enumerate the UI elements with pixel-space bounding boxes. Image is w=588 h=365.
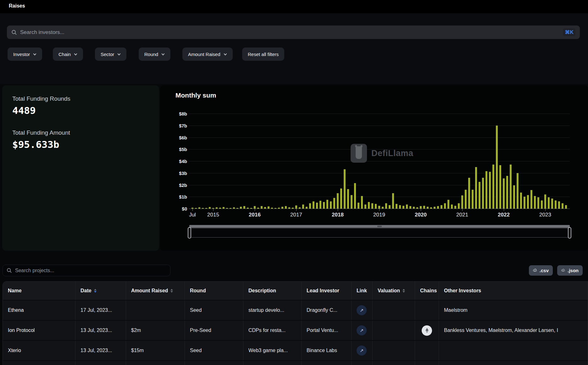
chart-bar[interactable] [434, 207, 435, 209]
chart-bar[interactable] [302, 205, 304, 209]
chart-bar[interactable] [351, 195, 352, 209]
chart-bar[interactable] [524, 197, 525, 209]
chart-bar[interactable] [257, 208, 259, 209]
chart-bar[interactable] [299, 207, 301, 209]
chart-bar[interactable] [541, 200, 543, 209]
chart-bar[interactable] [565, 205, 567, 209]
chart-bar[interactable] [340, 188, 342, 209]
chart-bar[interactable] [510, 165, 512, 209]
chart-bar[interactable] [472, 190, 474, 209]
chart-bar[interactable] [465, 190, 467, 209]
filter-amount-raised[interactable]: Amount Raised [182, 48, 233, 61]
chart-bar[interactable] [198, 207, 200, 209]
chart-bar[interactable] [316, 203, 318, 209]
chart-bar[interactable] [534, 196, 536, 209]
chart-bar[interactable] [503, 178, 505, 209]
chart-bar[interactable] [212, 208, 214, 209]
chart-bar[interactable] [437, 206, 439, 209]
chart-bar[interactable] [195, 208, 197, 209]
chart-bar[interactable] [319, 201, 321, 209]
chart-bar[interactable] [337, 193, 339, 209]
search-input[interactable]: Search investors... ⌘K [7, 25, 580, 39]
chart-bar[interactable] [364, 205, 366, 209]
chart-bar[interactable] [475, 167, 477, 209]
chart-bar[interactable] [226, 208, 228, 209]
chart-bar[interactable] [423, 206, 425, 209]
chart-bar[interactable] [447, 200, 449, 209]
chart-bar[interactable] [413, 207, 415, 209]
chart-bar[interactable] [313, 201, 314, 209]
chart-bar[interactable] [330, 201, 332, 209]
ethereum-icon[interactable] [422, 325, 432, 336]
column-header-valuation[interactable]: Valuation [373, 282, 415, 300]
chart-bar[interactable] [275, 208, 276, 209]
chart-bar[interactable] [371, 203, 373, 209]
chart-bar[interactable] [306, 207, 308, 209]
chart-bar[interactable] [375, 204, 377, 209]
chart-bar[interactable] [420, 206, 422, 209]
chart-bar[interactable] [240, 207, 242, 209]
filter-chain[interactable]: Chain [53, 48, 83, 61]
chart-bar[interactable] [527, 195, 529, 209]
chart-bar[interactable] [358, 203, 359, 209]
chart-bar[interactable] [261, 206, 263, 209]
chart-bar[interactable] [427, 207, 429, 209]
chart-bar[interactable] [513, 185, 515, 209]
chart-bar[interactable] [268, 206, 269, 209]
chart-bar[interactable] [254, 206, 256, 209]
chart-bar[interactable] [191, 208, 193, 209]
range-slider-window[interactable] [189, 228, 570, 238]
chart-bar[interactable] [499, 165, 501, 209]
chart-bar[interactable] [485, 171, 487, 209]
chart-bar[interactable] [496, 126, 498, 209]
chart-bar[interactable] [333, 198, 335, 209]
reset-filters-button[interactable]: Reset all filters [242, 48, 284, 61]
chart-bar[interactable] [285, 206, 287, 209]
chart-bar[interactable] [361, 196, 363, 209]
chart-bar[interactable] [444, 203, 446, 209]
chart-bar[interactable] [295, 205, 297, 209]
sort-icon[interactable] [170, 289, 173, 293]
chart-bar[interactable] [461, 195, 463, 209]
external-link-icon[interactable]: ↗ [357, 345, 367, 356]
chart-bar[interactable] [230, 208, 231, 209]
sort-icon[interactable] [94, 289, 97, 293]
sort-icon[interactable] [402, 289, 405, 293]
chart-bar[interactable] [219, 208, 221, 209]
chart-bar[interactable] [247, 208, 249, 209]
chart-bar[interactable] [454, 206, 456, 209]
chart-bar[interactable] [309, 203, 311, 209]
external-link-icon[interactable]: ↗ [357, 305, 367, 315]
chart-bar[interactable] [250, 208, 252, 209]
chart-bar[interactable] [271, 208, 273, 209]
chart-bar[interactable] [368, 202, 370, 209]
chart-bar[interactable] [385, 203, 387, 209]
chart-bar[interactable] [243, 206, 245, 209]
chart-bar[interactable] [292, 208, 294, 209]
filter-sector[interactable]: Sector [95, 48, 126, 61]
chart-bar[interactable] [520, 193, 522, 209]
filter-investor[interactable]: Investor [8, 48, 42, 61]
column-header-amount-raised[interactable]: Amount Raised [126, 282, 185, 300]
chart-bar[interactable] [416, 207, 418, 209]
chart-bar[interactable] [344, 169, 346, 209]
download-json-button[interactable]: .json [557, 265, 583, 276]
chart-bar[interactable] [506, 176, 508, 209]
chart-bar[interactable] [517, 173, 519, 209]
chart-bar[interactable] [378, 206, 380, 209]
chart-bar[interactable] [382, 207, 384, 209]
chart-bar[interactable] [530, 190, 532, 209]
chart-bar[interactable] [209, 207, 211, 209]
chart-bar[interactable] [281, 207, 283, 209]
chart-bar[interactable] [396, 204, 397, 209]
chart-bar[interactable] [392, 193, 394, 209]
slider-grip-icon[interactable] [377, 226, 382, 227]
chart-bar[interactable] [202, 208, 204, 209]
download-csv-button[interactable]: .csv [529, 265, 553, 276]
chart-bar[interactable] [278, 208, 280, 209]
chart-bar[interactable] [402, 206, 404, 209]
chart-bar[interactable] [544, 194, 546, 209]
chart-bar[interactable] [551, 199, 553, 209]
filter-round[interactable]: Round [139, 48, 170, 61]
slider-handle-right[interactable] [568, 227, 571, 239]
